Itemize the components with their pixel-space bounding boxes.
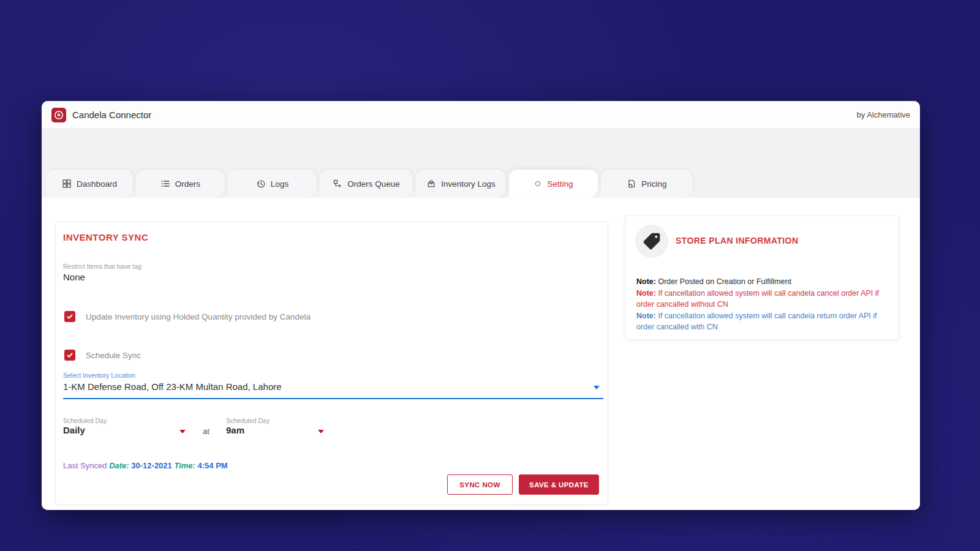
tab-label: Inventory Logs [441,179,496,189]
schedule-sync-row: Schedule Sync [64,350,141,361]
tab-pricing[interactable]: Pricing [601,170,693,198]
tab-label: Pricing [641,179,666,189]
tab-logs[interactable]: Logs [228,170,317,198]
last-synced-time-label: Time: [174,461,195,470]
note-item: Note: Order Posted on Creation or Fulfil… [636,276,889,288]
holded-quantity-label: Update Inventory using Holded Quantity p… [86,312,311,321]
holded-quantity-checkbox[interactable] [64,311,75,322]
store-plan-title: STORE PLAN INFORMATION [676,236,798,246]
tag-icon [635,225,668,258]
inventory-location-value: 1-KM Defense Road, Off 23-KM Multan Road… [63,381,282,392]
candela-logo-icon [51,108,66,122]
tab-label: Logs [271,179,288,189]
scheduled-time-value: 9am [226,425,244,435]
restrict-tag-value[interactable]: None [63,272,85,282]
orders-list-icon [160,179,170,189]
app-header: Candela Connector by Alchemative [42,101,920,129]
tab-dashboard[interactable]: Dashboard [46,170,133,198]
app-title: Candela Connector [72,110,151,120]
scheduled-day-select[interactable]: Daily [63,425,186,436]
schedule-sync-checkbox[interactable] [64,350,75,361]
inventory-location-select[interactable]: 1-KM Defense Road, Off 23-KM Multan Road… [63,380,603,399]
last-synced-prefix: Last Synced [63,461,107,470]
tab-label: Setting [547,179,573,189]
at-label: at [203,427,209,436]
tab-label: Orders Queue [347,179,400,189]
setting-circle-icon [533,179,542,188]
scheduled-time-select[interactable]: 9am [226,425,324,436]
inventory-location-label: Select Inventory Location [63,372,135,379]
tab-orders-queue[interactable]: Orders Queue [320,170,413,198]
tab-setting[interactable]: Setting [509,170,598,198]
chevron-down-icon [318,430,324,433]
pricing-doc-icon [627,179,636,189]
chevron-down-icon [594,386,600,389]
last-synced-date-value: 30-12-2021 [131,461,172,470]
scheduled-day-label: Scheduled Day [63,417,107,424]
tab-bar: Dashboard Orders Logs [46,170,693,198]
inventory-sync-card: INVENTORY SYNC Restrict Items that have … [55,222,608,505]
tab-inventory-logs[interactable]: Inventory Logs [416,170,506,198]
store-plan-notes: Note: Order Posted on Creation or Fulfil… [636,276,889,333]
inventory-sync-title: INVENTORY SYNC [63,232,148,242]
orders-queue-icon [333,179,342,189]
dashboard-grid-icon [62,179,72,189]
tab-label: Orders [175,179,200,189]
sync-now-button[interactable]: SYNC NOW [447,474,513,495]
logs-history-icon [256,179,266,189]
app-window: Candela Connector by Alchemative Dashboa… [42,101,920,510]
tab-label: Dashboard [77,179,117,189]
restrict-tag-label: Restrict Items that have tag [63,263,141,270]
save-update-button[interactable]: SAVE & UPDATE [519,474,599,495]
note-item: Note: If cancellation allowed system wil… [636,288,889,310]
schedule-sync-label: Schedule Sync [86,351,141,360]
inventory-box-icon [426,179,436,189]
note-item: Note: If cancellation allowed system wil… [636,310,889,333]
chevron-down-icon [179,430,186,433]
last-synced-date-label: Date: [109,461,129,470]
store-plan-card: STORE PLAN INFORMATION Note: Order Poste… [625,216,899,340]
last-synced-time-value: 4:54 PM [198,461,228,470]
content-area: INVENTORY SYNC Restrict Items that have … [42,198,920,510]
last-synced-status: Last Synced Date: 30-12-2021 Time: 4:54 … [63,461,228,470]
scheduled-time-label: Scheduled Day [226,417,270,424]
tab-orders[interactable]: Orders [136,170,225,198]
holded-quantity-row: Update Inventory using Holded Quantity p… [64,311,311,322]
scheduled-day-value: Daily [63,425,85,435]
byline: by Alchemative [857,110,910,119]
